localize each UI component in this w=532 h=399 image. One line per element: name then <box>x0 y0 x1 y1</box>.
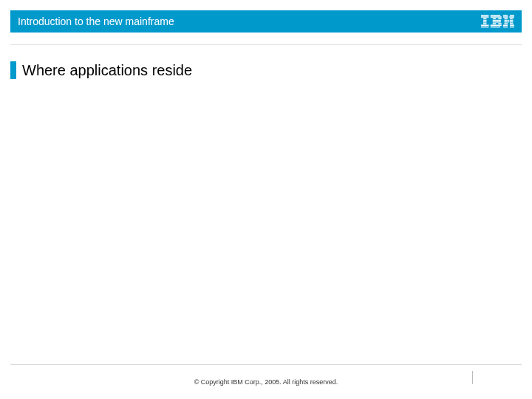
svg-rect-7 <box>481 27 489 28</box>
svg-rect-30 <box>505 23 508 24</box>
svg-rect-26 <box>510 20 514 21</box>
svg-rect-32 <box>503 25 508 27</box>
title-row: Where applications reside <box>10 61 522 79</box>
svg-rect-5 <box>483 23 487 24</box>
svg-rect-28 <box>508 21 510 23</box>
copyright-text: © Copyright IBM Corp., 2005. All rights … <box>194 378 338 386</box>
svg-rect-2 <box>483 18 487 20</box>
svg-rect-12 <box>493 20 501 21</box>
svg-rect-3 <box>483 20 487 21</box>
svg-rect-15 <box>498 23 502 24</box>
svg-rect-21 <box>509 16 514 18</box>
svg-rect-24 <box>505 20 508 21</box>
svg-rect-1 <box>481 16 489 18</box>
svg-rect-14 <box>493 23 497 24</box>
ibm-logo-icon <box>481 10 514 33</box>
svg-rect-20 <box>503 16 508 18</box>
svg-rect-19 <box>510 15 514 16</box>
svg-rect-34 <box>503 27 508 28</box>
svg-rect-29 <box>510 21 514 23</box>
svg-rect-6 <box>481 25 489 27</box>
svg-rect-16 <box>491 25 502 27</box>
svg-rect-17 <box>491 27 501 28</box>
header-title: Introduction to the new mainframe <box>18 16 174 27</box>
svg-rect-4 <box>483 21 487 23</box>
footer-divider <box>10 364 522 365</box>
svg-rect-9 <box>491 16 502 18</box>
svg-rect-18 <box>503 15 508 16</box>
svg-rect-10 <box>493 18 497 20</box>
svg-rect-8 <box>491 15 501 16</box>
svg-rect-23 <box>510 18 514 20</box>
accent-bar-icon <box>10 61 16 79</box>
svg-rect-22 <box>505 18 508 20</box>
slide-title: Where applications reside <box>22 62 192 79</box>
svg-rect-13 <box>493 21 501 23</box>
footer-tick-icon <box>472 371 473 384</box>
footer: © Copyright IBM Corp., 2005. All rights … <box>10 368 522 386</box>
svg-rect-33 <box>510 25 514 27</box>
svg-rect-27 <box>505 21 508 23</box>
svg-rect-25 <box>508 20 510 21</box>
svg-rect-11 <box>498 18 502 20</box>
slide-body: Where applications reside <box>10 44 522 362</box>
svg-rect-31 <box>510 23 514 24</box>
slide: Introduction to the new mainframe <box>0 0 532 399</box>
svg-rect-35 <box>510 27 514 28</box>
svg-rect-0 <box>481 15 489 16</box>
header-bar: Introduction to the new mainframe <box>10 10 522 33</box>
